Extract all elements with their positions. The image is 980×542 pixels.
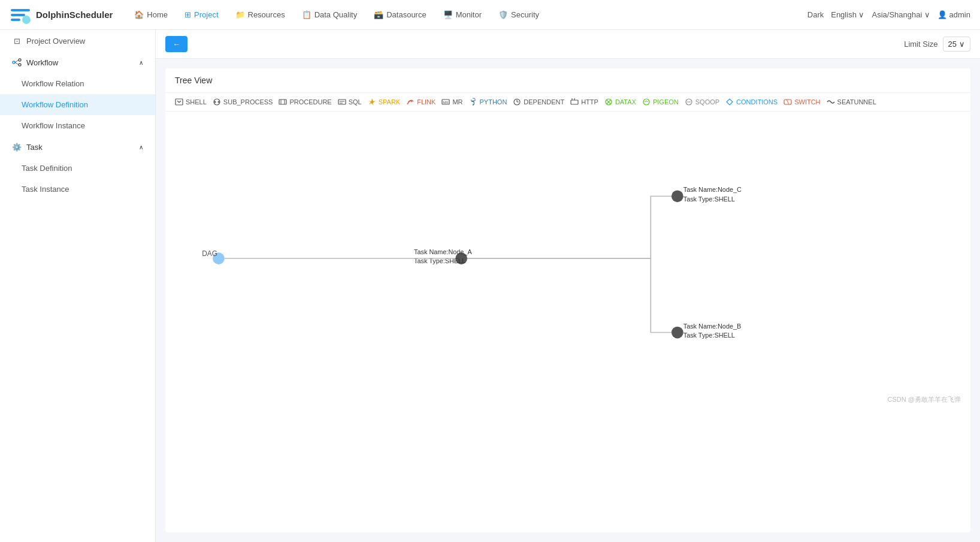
svg-line-11	[179, 101, 181, 103]
nav-home[interactable]: 🏠 Home	[127, 7, 175, 23]
legend-http[interactable]: HTTP	[570, 98, 598, 106]
sql-icon	[338, 98, 346, 106]
legend-python[interactable]: PYTHON	[468, 98, 507, 106]
procedure-icon	[279, 98, 287, 106]
svg-line-10	[177, 101, 179, 103]
main-content: ← Limit Size 25 ∨ Tree View SHELL	[156, 30, 980, 542]
task-legend: SHELL SUB_PROCESS PROCEDURE SQL SPARK	[165, 93, 970, 112]
legend-flink[interactable]: FLINK	[406, 98, 435, 106]
monitor-icon: 🖥️	[443, 10, 453, 19]
datax-icon	[604, 98, 613, 106]
svg-point-14	[217, 101, 219, 103]
legend-subprocess[interactable]: SUB_PROCESS	[213, 98, 273, 106]
tree-view-container: Tree View SHELL SUB_PROCESS PROCEDURE	[165, 68, 970, 532]
sidebar-item-project-overview[interactable]: ⊡ Project Overview	[0, 30, 155, 52]
mr-icon: MR	[441, 98, 450, 106]
toolbar: ← Limit Size 25 ∨	[156, 30, 980, 59]
navbar-right: Dark English ∨ Asia/Shanghai ∨ 👤 admin	[807, 10, 970, 19]
sidebar-item-workflow-definition[interactable]: Workflow Definition	[0, 94, 155, 115]
timezone-chevron-icon: ∨	[924, 10, 930, 19]
nav-monitor[interactable]: 🖥️ Monitor	[436, 7, 489, 23]
sidebar-item-workflow-relation[interactable]: Workflow Relation	[0, 73, 155, 94]
sidebar: ⊡ Project Overview Workflow ∧ Workflow R…	[0, 30, 156, 542]
node-b-circle[interactable]	[672, 327, 683, 339]
line-a-to-c	[467, 196, 674, 258]
conditions-icon	[725, 98, 734, 106]
nav-datasource[interactable]: 🗃️ Datasource	[367, 7, 433, 23]
sidebar-item-workflow-instance[interactable]: Workflow Instance	[0, 115, 155, 136]
svg-rect-9	[176, 99, 183, 105]
language-selector[interactable]: English ∨	[831, 10, 864, 19]
legend-conditions[interactable]: CONDITIONS	[725, 98, 778, 106]
svg-rect-18	[338, 100, 346, 104]
task-chevron-icon: ∧	[139, 144, 143, 150]
svg-point-13	[214, 101, 216, 103]
node-b-type-label: Task Type:SHELL	[683, 332, 735, 339]
legend-seatunnel[interactable]: SEATUNNEL	[827, 98, 876, 106]
legend-sqoop[interactable]: SQOOP	[685, 98, 719, 106]
seatunnel-icon	[827, 98, 835, 106]
user-menu[interactable]: 👤 admin	[937, 10, 970, 19]
switch-icon	[784, 98, 792, 106]
legend-mr[interactable]: MR MR	[441, 98, 462, 106]
security-icon: 🛡️	[498, 10, 508, 19]
svg-point-5	[19, 59, 21, 61]
home-icon: 🏠	[134, 10, 144, 19]
svg-point-32	[643, 99, 649, 105]
timezone-selector[interactable]: Asia/Shanghai ∨	[872, 10, 930, 19]
user-icon: 👤	[937, 10, 947, 19]
node-c-name-label: Task Name:Node_C	[683, 186, 742, 193]
logo[interactable]: DolphinScheduler	[10, 4, 113, 26]
legend-dependent[interactable]: DEPENDENT	[513, 98, 564, 106]
watermark: CSDN @勇敢羊羊在飞弹	[888, 395, 961, 404]
nav-resources[interactable]: 📁 Resources	[228, 7, 292, 23]
limit-size-selector[interactable]: 25 ∨	[943, 37, 970, 52]
sidebar-item-task-definition[interactable]: Task Definition	[0, 158, 155, 179]
dataquality-icon: 📋	[302, 10, 311, 19]
svg-point-6	[19, 64, 21, 66]
legend-spark[interactable]: SPARK	[368, 98, 400, 106]
app-name: DolphinScheduler	[36, 10, 113, 20]
svg-point-4	[13, 61, 15, 64]
limit-size-label: Limit Size	[904, 40, 937, 49]
sidebar-item-task-instance[interactable]: Task Instance	[0, 179, 155, 200]
legend-switch[interactable]: SWITCH	[784, 98, 820, 106]
svg-line-36	[787, 100, 789, 104]
svg-text:MR: MR	[443, 101, 449, 104]
svg-line-8	[15, 62, 19, 65]
sqoop-icon	[685, 98, 693, 106]
theme-toggle[interactable]: Dark	[807, 10, 824, 19]
dag-label: DAG	[202, 249, 217, 258]
layout: ⊡ Project Overview Workflow ∧ Workflow R…	[0, 30, 980, 542]
nav-project[interactable]: ⊞ Project	[177, 7, 225, 23]
nav-menu: 🏠 Home ⊞ Project 📁 Resources 📋 Data Qual…	[127, 7, 802, 23]
nav-dataquality[interactable]: 📋 Data Quality	[295, 7, 365, 23]
svg-rect-26	[571, 100, 578, 104]
legend-sql[interactable]: SQL	[338, 98, 362, 106]
dependent-icon	[513, 98, 521, 106]
sidebar-item-workflow[interactable]: Workflow ∧	[0, 52, 155, 73]
resources-icon: 📁	[235, 10, 245, 19]
node-c-circle[interactable]	[672, 190, 683, 202]
spark-icon	[368, 98, 376, 106]
node-b-name-label: Task Name:Node_B	[683, 323, 742, 330]
sidebar-item-task[interactable]: ⚙️ Task ∧	[0, 136, 155, 158]
svg-rect-0	[11, 9, 30, 11]
shell-icon	[175, 98, 183, 106]
pigeon-icon	[642, 98, 651, 106]
flink-icon	[406, 98, 415, 106]
legend-procedure[interactable]: PROCEDURE	[279, 98, 331, 106]
limit-chevron-icon: ∨	[959, 40, 965, 49]
workflow-chevron-icon: ∧	[139, 59, 143, 66]
node-c-type-label: Task Type:SHELL	[683, 195, 735, 203]
legend-datax[interactable]: DATAX	[604, 98, 636, 106]
http-icon	[570, 98, 579, 106]
legend-shell[interactable]: SHELL	[175, 98, 207, 106]
navbar: DolphinScheduler 🏠 Home ⊞ Project 📁 Reso…	[0, 0, 980, 30]
logo-icon	[10, 4, 31, 26]
legend-pigeon[interactable]: PIGEON	[642, 98, 679, 106]
svg-point-3	[22, 16, 31, 24]
back-button[interactable]: ←	[165, 36, 187, 52]
nav-security[interactable]: 🛡️ Security	[491, 7, 546, 23]
datasource-icon: 🗃️	[374, 10, 383, 19]
